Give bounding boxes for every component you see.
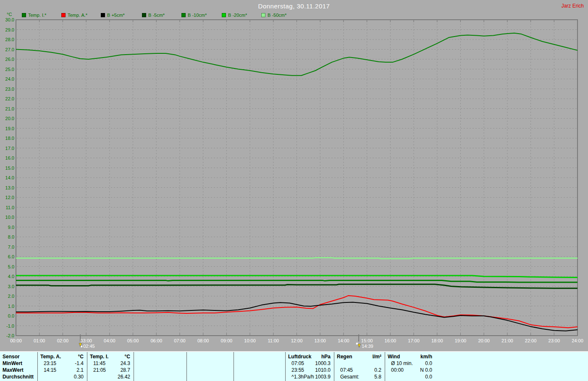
stats-cell-time — [134, 373, 140, 380]
y-axis-label: 20.0 — [5, 116, 14, 121]
x-axis-label: 23:00 — [549, 338, 560, 343]
stats-column: Regenl/m²07:450.2Gesamt:5.8 — [334, 352, 385, 381]
y-axis-label: 27.0 — [5, 47, 14, 52]
stats-cell-time: 11:45 — [87, 360, 105, 367]
y-axis-label: 2.0 — [8, 294, 14, 299]
stats-cell-value: 2.1 — [76, 367, 87, 373]
series-line-6 — [16, 258, 578, 258]
stats-cell-time — [38, 373, 44, 380]
stats-col-unit — [230, 353, 234, 360]
stats-col-header — [234, 353, 236, 360]
y-axis-label: 9.0 — [8, 225, 14, 230]
stats-column: Temp. I.°C11:4524.321:0528.726.42 — [87, 352, 134, 381]
stats-cell-time — [134, 360, 140, 367]
y-axis-label: 7.0 — [8, 244, 14, 250]
y-axis-label: 26.0 — [5, 57, 14, 62]
y-axis-label: 30.0 — [5, 17, 14, 22]
stats-cell-time — [234, 360, 240, 367]
y-axis-label: 16.0 — [5, 155, 14, 160]
x-axis-label: 16:00 — [385, 338, 396, 343]
stats-cell-time: 07:45 — [334, 367, 353, 373]
stats-cell-time: Ø 10 min. — [385, 360, 413, 367]
stats-col-header: Wind — [385, 353, 400, 360]
stats-cell-time — [385, 373, 391, 380]
stats-column — [234, 352, 285, 381]
x-axis-label: 21:00 — [501, 338, 513, 343]
stats-col-header: Temp. A. — [38, 353, 61, 360]
stats-cell-value — [230, 373, 234, 380]
stats-cell-value: 0.2 — [374, 367, 385, 373]
stats-cell-value: N 0.0 — [420, 367, 436, 373]
stats-row-label: MaxWert — [0, 367, 24, 373]
y-axis-label: 14.0 — [5, 175, 14, 180]
stats-cell-time: ^1.3hPa/h — [286, 373, 314, 380]
x-axis-label: 17:00 — [408, 338, 420, 343]
x-axis-label: 20:00 — [478, 338, 490, 343]
stats-col-unit: l/m² — [373, 353, 385, 360]
stats-col-header — [187, 353, 189, 360]
x-axis-label: 11:00 — [268, 338, 279, 343]
stats-col-unit — [282, 353, 285, 360]
stats-cell-value: 26.42 — [118, 373, 134, 380]
stats-cell-time — [187, 373, 193, 380]
x-axis-label: 24:00 — [572, 338, 583, 343]
y-axis-label: 8.0 — [8, 234, 14, 239]
stats-cell-value — [183, 360, 186, 367]
stats-col-header — [134, 353, 136, 360]
stats-cell-value — [230, 360, 234, 367]
stats-col-unit: °C — [125, 353, 134, 360]
stats-column — [134, 352, 186, 381]
x-axis-label: 18:00 — [431, 338, 443, 343]
y-axis-label: 19.0 — [5, 126, 14, 131]
stats-col-unit: °C — [78, 353, 87, 360]
stats-cell-value — [381, 360, 385, 367]
y-axis-label: 1.0 — [8, 304, 14, 309]
stats-cell-value: 1003.9 — [315, 373, 334, 380]
y-axis-label: 25.0 — [5, 67, 14, 72]
x-axis-label: 22:00 — [525, 338, 537, 343]
stats-col-header: Regen — [334, 353, 352, 360]
stats-col-unit — [183, 353, 186, 360]
stats-cell-value — [183, 373, 186, 380]
y-axis-label: 0.0 — [8, 313, 14, 318]
y-axis-label: 3.0 — [8, 284, 14, 289]
y-axis-label: 10.0 — [5, 215, 14, 220]
stats-cell-value — [282, 373, 285, 380]
x-axis-label: 08:00 — [197, 338, 209, 343]
x-axis-label: 19:00 — [455, 338, 467, 343]
stats-cell-value: 0.0 — [425, 373, 436, 380]
x-axis-label: 14:00 — [338, 338, 349, 343]
y-axis-label: 17.0 — [5, 146, 14, 151]
stats-cell-time: 07:05 — [286, 360, 304, 367]
stats-row-label: Sensor — [0, 353, 20, 360]
stats-cell-value: 1010.0 — [315, 367, 334, 373]
x-axis-label: 06:00 — [150, 338, 162, 343]
x-axis-label: 13:00 — [314, 338, 326, 343]
y-axis-label: 13.0 — [5, 185, 14, 190]
y-axis-label: 29.0 — [5, 27, 14, 32]
stats-cell-value: 5.8 — [374, 373, 385, 380]
stats-column: LuftdruckhPa07:051000.323:551010.0^1.3hP… — [285, 352, 334, 381]
stats-cell-value: 28.7 — [121, 367, 134, 373]
temperature-chart-plot: 30.029.028.027.026.025.024.023.022.021.0… — [0, 0, 588, 351]
stats-cell-value: 24.3 — [121, 360, 134, 367]
event-marker-time: 14:39 — [362, 344, 373, 349]
stats-cell-value: 0.0 — [425, 360, 436, 367]
stats-cell-time: Gesamt: — [334, 373, 359, 380]
y-axis-label: 23.0 — [5, 87, 14, 92]
stats-cell-time: 21:05 — [87, 367, 106, 373]
stats-column: Temp. A.°C23:15-1.414:152.10.30 — [37, 352, 87, 381]
stats-cell-time: 23:55 — [286, 367, 304, 373]
x-axis-label: 00:00 — [10, 338, 22, 343]
x-axis-label: 15:00 — [361, 338, 373, 343]
stats-cell-value — [230, 367, 234, 373]
stats-row-labels: SensorMinWertMaxWertDurchschnitt — [0, 352, 37, 381]
x-axis-label: 12:00 — [291, 338, 303, 343]
stats-cell-time — [234, 367, 240, 373]
y-axis-label: 11.0 — [5, 205, 14, 210]
stats-cell-value — [282, 367, 285, 373]
rise-icon — [79, 343, 82, 347]
y-axis-label: 28.0 — [5, 37, 14, 42]
stats-col-unit: km/h — [420, 353, 436, 360]
y-axis-label: 12.0 — [5, 195, 14, 200]
